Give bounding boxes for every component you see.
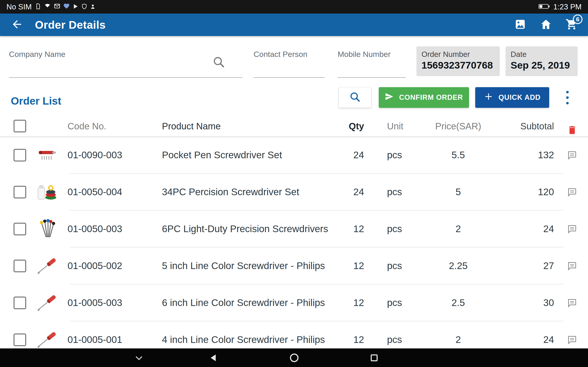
comment-button[interactable]: [567, 298, 581, 310]
table-row[interactable]: 01-0090-003 Pocket Pen Screwdriver Set 2…: [0, 137, 588, 174]
order-number-box: Order Number 1569323770768: [416, 46, 500, 76]
header-subtotal: Subtotal: [489, 121, 554, 131]
status-icons: [35, 2, 95, 11]
android-nav-bar: [0, 348, 588, 367]
subtotal-value: 30: [489, 297, 554, 308]
price-value: 2.25: [423, 260, 494, 271]
price-value: 2: [423, 223, 494, 234]
heart-icon: [63, 2, 70, 11]
table-row[interactable]: 01-0005-003 6 inch Line Color Screwdrive…: [0, 284, 588, 321]
header-unit: Unit: [387, 121, 419, 131]
battery-icon: [539, 2, 550, 11]
comment-button[interactable]: [567, 150, 581, 162]
person-icon: [90, 2, 95, 11]
comment-button[interactable]: [567, 187, 581, 199]
comment-icon: [567, 262, 577, 273]
company-search-icon[interactable]: [212, 56, 225, 69]
header-price: Price(SAR): [423, 121, 494, 131]
file-icon: [35, 2, 41, 11]
gallery-button[interactable]: [514, 18, 527, 31]
cart-button[interactable]: 6: [565, 18, 578, 31]
home-button[interactable]: [539, 18, 553, 31]
table-row[interactable]: 01-0005-002 5 inch Line Color Screwdrive…: [0, 248, 588, 284]
order-number-value: 1569323770768: [422, 60, 495, 71]
date-label: Date: [510, 50, 573, 59]
comment-button[interactable]: [567, 335, 581, 347]
unit-value: pcs: [387, 297, 419, 308]
comment-icon: [567, 225, 577, 236]
table-header: Code No. Product Name Qty Unit Price(SAR…: [0, 116, 588, 137]
price-value: 2.5: [423, 297, 494, 308]
nav-recents-button[interactable]: [368, 352, 380, 364]
chevron-down-icon[interactable]: [133, 352, 145, 364]
price-value: 5: [423, 186, 494, 198]
comment-icon: [567, 188, 577, 199]
contact-person-field[interactable]: Contact Person: [254, 47, 325, 78]
product-code: 01-0005-002: [68, 260, 139, 271]
comment-button[interactable]: [567, 224, 581, 236]
comment-icon: [567, 299, 577, 310]
send-icon: [385, 92, 394, 103]
comment-button[interactable]: [567, 261, 581, 273]
table-row[interactable]: 01-0050-004 34PC Percision Screwdriver S…: [0, 174, 588, 211]
date-box: Date Sep 25, 2019: [506, 46, 578, 76]
row-checkbox[interactable]: [14, 334, 26, 346]
quantity-value: 24: [326, 150, 364, 161]
quantity-value: 12: [326, 223, 364, 234]
red-screwdriver-thumbnail: [35, 254, 60, 277]
back-button[interactable]: [10, 17, 24, 32]
plus-icon: [484, 92, 493, 103]
back-arrow-icon: [11, 18, 23, 31]
overflow-dots-icon: [566, 91, 569, 93]
quantity-value: 12: [326, 334, 364, 345]
company-name-label: Company Name: [9, 47, 242, 59]
row-checkbox[interactable]: [14, 223, 26, 235]
unit-value: pcs: [387, 150, 419, 161]
search-button[interactable]: [338, 87, 372, 108]
quick-add-button[interactable]: QUICK ADD: [475, 87, 549, 108]
shield-icon: [81, 2, 87, 11]
confirm-order-button[interactable]: CONFIRM ORDER: [379, 87, 469, 108]
product-code: 01-0005-003: [68, 297, 139, 308]
comment-icon: [567, 336, 577, 347]
mail-icon: [54, 2, 61, 11]
precision-kit-thumbnail: [35, 181, 60, 203]
nav-home-button[interactable]: [288, 352, 300, 364]
wifi-icon: [44, 2, 51, 11]
confirm-order-label: CONFIRM ORDER: [399, 93, 463, 102]
subtotal-value: 120: [489, 186, 554, 198]
search-icon: [349, 91, 361, 104]
unit-value: pcs: [387, 334, 419, 345]
red-screwdriver-thumbnail: [35, 328, 60, 351]
order-number-label: Order Number: [422, 50, 495, 59]
table-row[interactable]: 01-0050-003 6PC Light-Duty Precision Scr…: [0, 211, 588, 248]
nav-back-button[interactable]: [208, 352, 219, 364]
clock-label: 1:23 PM: [553, 2, 582, 11]
order-list-title: Order List: [11, 95, 61, 107]
home-icon: [540, 18, 552, 31]
app-bar: Order Details 6: [0, 14, 588, 36]
gallery-icon: [514, 18, 526, 31]
fan-screwdrivers-thumbnail: [35, 217, 60, 240]
subtotal-value: 27: [489, 260, 554, 271]
overflow-menu-button[interactable]: [560, 89, 575, 106]
red-screwdriver-thumbnail: [35, 291, 60, 314]
row-checkbox[interactable]: [14, 260, 26, 272]
product-code: 01-0005-001: [68, 334, 139, 345]
price-value: 5.5: [423, 150, 494, 161]
subtotal-value: 24: [489, 334, 554, 345]
row-checkbox[interactable]: [14, 149, 26, 161]
trash-icon: [567, 125, 578, 137]
subtotal-value: 132: [489, 150, 554, 161]
price-value: 2: [423, 334, 494, 345]
header-qty: Qty: [326, 121, 364, 131]
product-code: 01-0090-003: [68, 150, 139, 161]
row-checkbox[interactable]: [14, 297, 26, 309]
status-bar: No SIM 1:23 PM: [0, 0, 588, 14]
order-details-screen: No SIM 1:23 PM Order Details: [0, 0, 588, 367]
play-icon: [73, 2, 78, 11]
row-checkbox[interactable]: [14, 186, 26, 198]
company-name-field[interactable]: Company Name: [9, 47, 242, 78]
mobile-number-field[interactable]: Mobile Number: [338, 47, 406, 78]
select-all-checkbox[interactable]: [14, 120, 26, 132]
